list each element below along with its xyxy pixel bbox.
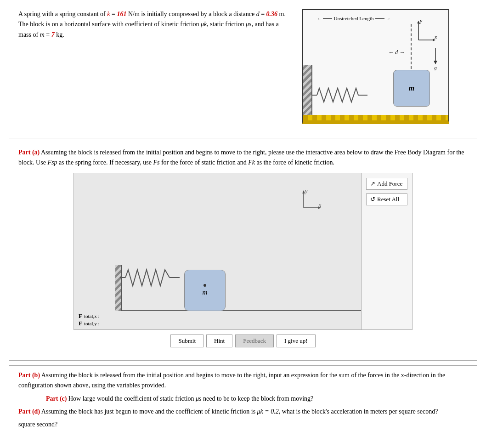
part-c-label: Part (c) [46, 395, 67, 402]
mu-k: μk [201, 21, 207, 28]
part-a-label: Part (a) [18, 149, 40, 156]
canvas-block[interactable]: m [184, 270, 226, 311]
add-force-icon: ↗ [370, 180, 375, 187]
give-up-button[interactable]: I give up! [277, 335, 316, 347]
m-value: 7 [51, 31, 55, 38]
d-value: 0.36 [266, 11, 278, 17]
svg-text:y: y [419, 17, 423, 24]
k-label: k [107, 11, 110, 17]
force-labels: F total,x : F total,y : [79, 312, 100, 327]
canvas-ground [115, 310, 361, 311]
fbd-controls-panel: ↗ Add Force ↺ Reset All [362, 173, 412, 329]
action-buttons-row: Submit Hint Feedback I give up! [18, 335, 468, 347]
feedback-button[interactable]: Feedback [235, 335, 274, 347]
problem-statement: A spring with a spring constant of k = 1… [18, 9, 293, 124]
part-b-label: Part (b) [18, 372, 40, 379]
canvas-spring [120, 267, 180, 288]
part-d-text: Part (d) Assuming the block has just beg… [18, 407, 468, 417]
square-second-text: square second? [18, 420, 468, 430]
gravity-arrow: g [431, 47, 440, 70]
unstretched-length-label: ← Unstretched Length → [317, 14, 390, 23]
fbd-interactive-area[interactable]: y x [73, 173, 413, 330]
svg-text:x: x [434, 34, 437, 40]
axes-diagram: y x [409, 17, 439, 49]
force-y-label: F total,y : [79, 320, 100, 327]
part-d-label: Part (d) [18, 408, 40, 415]
m-label: m [40, 31, 45, 38]
mu-s: μs [246, 21, 251, 28]
d-label: d [256, 11, 260, 17]
m-unit: kg. [55, 31, 64, 38]
canvas-block-dot [203, 284, 206, 287]
reset-all-button[interactable]: ↺ Reset All [366, 193, 407, 205]
add-force-button[interactable]: ↗ Add Force [366, 178, 407, 190]
reset-icon: ↺ [370, 196, 375, 203]
k-unit: N/m is initially compressed by a block a… [126, 11, 256, 17]
svg-marker-9 [434, 61, 437, 64]
section-divider [9, 138, 477, 138]
part-c-text: Part (c) How large would the coefficient… [18, 394, 468, 404]
force-x-label: F total,x : [79, 312, 100, 320]
part-a-text: Part (a) Assuming the block is released … [18, 147, 468, 168]
block-diagram: m [393, 70, 430, 107]
fbd-canvas[interactable]: y x [74, 173, 362, 329]
spring-diagram: ← Unstretched Length → ← d → [302, 9, 449, 124]
svg-text:y: y [305, 188, 308, 194]
bottom-parts: Part (b) Assuming the block is released … [9, 365, 477, 437]
part-b-text: Part (b) Assuming the block is released … [18, 370, 468, 391]
spring-diagram-container: ← Unstretched Length → ← d → [302, 9, 458, 124]
submit-button[interactable]: Submit [170, 335, 203, 347]
wall [303, 65, 312, 120]
d-arrow-label: ← d → [388, 49, 405, 56]
k-value: 161 [117, 11, 126, 17]
hint-button[interactable]: Hint [206, 335, 232, 347]
bottom-divider [9, 360, 477, 361]
svg-text:x: x [318, 202, 322, 208]
friction-text: , static friction [207, 21, 246, 28]
canvas-axes: y x [297, 187, 324, 216]
spring-svg [312, 84, 367, 107]
part-a-section: Part (a) Assuming the block is released … [9, 143, 477, 356]
problem-intro: A spring with a spring constant of [18, 11, 107, 17]
